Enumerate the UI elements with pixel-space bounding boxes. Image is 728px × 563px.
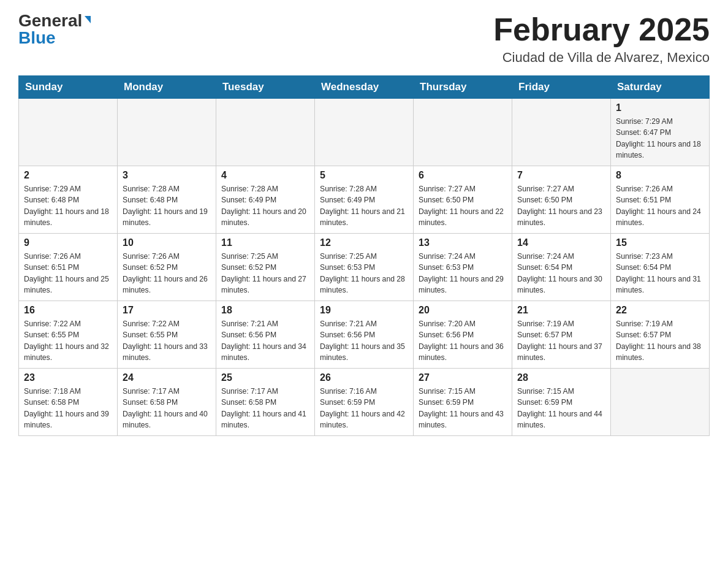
page-header: General Blue February 2025 Ciudad de Vil… bbox=[18, 12, 710, 66]
day-info: Sunrise: 7:25 AMSunset: 6:53 PMDaylight:… bbox=[320, 251, 408, 296]
day-number: 26 bbox=[320, 372, 408, 383]
calendar-cell bbox=[611, 369, 710, 436]
weekday-header-row: SundayMondayTuesdayWednesdayThursdayFrid… bbox=[19, 76, 710, 99]
day-number: 3 bbox=[123, 170, 211, 181]
day-info: Sunrise: 7:26 AMSunset: 6:52 PMDaylight:… bbox=[123, 251, 211, 296]
calendar-cell: 12Sunrise: 7:25 AMSunset: 6:53 PMDayligh… bbox=[315, 234, 414, 301]
weekday-header-wednesday: Wednesday bbox=[315, 76, 414, 99]
weekday-header-thursday: Thursday bbox=[414, 76, 512, 99]
calendar-cell: 1Sunrise: 7:29 AMSunset: 6:47 PMDaylight… bbox=[611, 99, 710, 166]
calendar-cell bbox=[19, 99, 118, 166]
day-info: Sunrise: 7:26 AMSunset: 6:51 PMDaylight:… bbox=[616, 183, 704, 228]
calendar-cell: 25Sunrise: 7:17 AMSunset: 6:58 PMDayligh… bbox=[216, 369, 315, 436]
calendar-cell: 17Sunrise: 7:22 AMSunset: 6:55 PMDayligh… bbox=[118, 301, 216, 369]
month-title: February 2025 bbox=[493, 12, 710, 47]
day-number: 6 bbox=[419, 170, 507, 181]
calendar-cell bbox=[512, 99, 611, 166]
day-info: Sunrise: 7:28 AMSunset: 6:48 PMDaylight:… bbox=[123, 183, 211, 228]
calendar-cell bbox=[118, 99, 216, 166]
day-info: Sunrise: 7:29 AMSunset: 6:48 PMDaylight:… bbox=[24, 183, 112, 228]
weekday-header-friday: Friday bbox=[512, 76, 611, 99]
day-info: Sunrise: 7:21 AMSunset: 6:56 PMDaylight:… bbox=[320, 318, 408, 363]
calendar-cell: 28Sunrise: 7:15 AMSunset: 6:59 PMDayligh… bbox=[512, 369, 611, 436]
calendar-cell: 5Sunrise: 7:28 AMSunset: 6:49 PMDaylight… bbox=[315, 166, 414, 234]
calendar-cell: 7Sunrise: 7:27 AMSunset: 6:50 PMDaylight… bbox=[512, 166, 611, 234]
day-info: Sunrise: 7:22 AMSunset: 6:55 PMDaylight:… bbox=[123, 318, 211, 363]
day-number: 12 bbox=[320, 237, 408, 248]
day-number: 14 bbox=[517, 237, 605, 248]
day-number: 10 bbox=[123, 237, 211, 248]
logo-blue-text: Blue bbox=[18, 29, 56, 47]
calendar-cell: 20Sunrise: 7:20 AMSunset: 6:56 PMDayligh… bbox=[414, 301, 512, 369]
day-info: Sunrise: 7:26 AMSunset: 6:51 PMDaylight:… bbox=[24, 251, 112, 296]
day-number: 19 bbox=[320, 305, 408, 316]
day-number: 8 bbox=[616, 170, 704, 181]
day-number: 5 bbox=[320, 170, 408, 181]
calendar-cell: 18Sunrise: 7:21 AMSunset: 6:56 PMDayligh… bbox=[216, 301, 315, 369]
calendar-cell: 16Sunrise: 7:22 AMSunset: 6:55 PMDayligh… bbox=[19, 301, 118, 369]
day-info: Sunrise: 7:15 AMSunset: 6:59 PMDaylight:… bbox=[517, 386, 605, 431]
day-info: Sunrise: 7:27 AMSunset: 6:50 PMDaylight:… bbox=[517, 183, 605, 228]
day-number: 13 bbox=[419, 237, 507, 248]
calendar-header: SundayMondayTuesdayWednesdayThursdayFrid… bbox=[19, 76, 710, 99]
calendar-cell: 8Sunrise: 7:26 AMSunset: 6:51 PMDaylight… bbox=[611, 166, 710, 234]
location-title: Ciudad de Villa de Alvarez, Mexico bbox=[493, 50, 710, 66]
day-info: Sunrise: 7:15 AMSunset: 6:59 PMDaylight:… bbox=[419, 386, 507, 431]
weekday-header-monday: Monday bbox=[118, 76, 216, 99]
calendar-cell: 21Sunrise: 7:19 AMSunset: 6:57 PMDayligh… bbox=[512, 301, 611, 369]
day-info: Sunrise: 7:28 AMSunset: 6:49 PMDaylight:… bbox=[320, 183, 408, 228]
weekday-header-tuesday: Tuesday bbox=[216, 76, 315, 99]
day-info: Sunrise: 7:17 AMSunset: 6:58 PMDaylight:… bbox=[221, 386, 309, 431]
day-info: Sunrise: 7:19 AMSunset: 6:57 PMDaylight:… bbox=[616, 318, 704, 363]
calendar-cell: 10Sunrise: 7:26 AMSunset: 6:52 PMDayligh… bbox=[118, 234, 216, 301]
day-number: 27 bbox=[419, 372, 507, 383]
day-number: 22 bbox=[616, 305, 704, 316]
day-number: 2 bbox=[24, 170, 112, 181]
day-number: 7 bbox=[517, 170, 605, 181]
calendar-cell: 13Sunrise: 7:24 AMSunset: 6:53 PMDayligh… bbox=[414, 234, 512, 301]
day-info: Sunrise: 7:19 AMSunset: 6:57 PMDaylight:… bbox=[517, 318, 605, 363]
calendar-cell: 27Sunrise: 7:15 AMSunset: 6:59 PMDayligh… bbox=[414, 369, 512, 436]
day-number: 20 bbox=[419, 305, 507, 316]
calendar-cell bbox=[414, 99, 512, 166]
day-info: Sunrise: 7:17 AMSunset: 6:58 PMDaylight:… bbox=[123, 386, 211, 431]
day-number: 24 bbox=[123, 372, 211, 383]
logo: General Blue bbox=[18, 12, 91, 47]
calendar-cell: 4Sunrise: 7:28 AMSunset: 6:49 PMDaylight… bbox=[216, 166, 315, 234]
calendar-table: SundayMondayTuesdayWednesdayThursdayFrid… bbox=[18, 75, 710, 436]
calendar-week-row: 1Sunrise: 7:29 AMSunset: 6:47 PMDaylight… bbox=[19, 99, 710, 166]
day-info: Sunrise: 7:24 AMSunset: 6:54 PMDaylight:… bbox=[517, 251, 605, 296]
calendar-cell bbox=[216, 99, 315, 166]
calendar-week-row: 9Sunrise: 7:26 AMSunset: 6:51 PMDaylight… bbox=[19, 234, 710, 301]
calendar-cell: 22Sunrise: 7:19 AMSunset: 6:57 PMDayligh… bbox=[611, 301, 710, 369]
calendar-cell: 9Sunrise: 7:26 AMSunset: 6:51 PMDaylight… bbox=[19, 234, 118, 301]
day-number: 15 bbox=[616, 237, 704, 248]
calendar-week-row: 2Sunrise: 7:29 AMSunset: 6:48 PMDaylight… bbox=[19, 166, 710, 234]
calendar-body: 1Sunrise: 7:29 AMSunset: 6:47 PMDaylight… bbox=[19, 99, 710, 436]
day-number: 23 bbox=[24, 372, 112, 383]
day-info: Sunrise: 7:21 AMSunset: 6:56 PMDaylight:… bbox=[221, 318, 309, 363]
title-block: February 2025 Ciudad de Villa de Alvarez… bbox=[493, 12, 710, 66]
weekday-header-sunday: Sunday bbox=[19, 76, 118, 99]
day-info: Sunrise: 7:28 AMSunset: 6:49 PMDaylight:… bbox=[221, 183, 309, 228]
day-info: Sunrise: 7:29 AMSunset: 6:47 PMDaylight:… bbox=[616, 116, 704, 161]
day-number: 4 bbox=[221, 170, 309, 181]
calendar-cell: 19Sunrise: 7:21 AMSunset: 6:56 PMDayligh… bbox=[315, 301, 414, 369]
logo-general-text: General bbox=[18, 12, 82, 29]
day-number: 16 bbox=[24, 305, 112, 316]
day-number: 11 bbox=[221, 237, 309, 248]
calendar-cell: 26Sunrise: 7:16 AMSunset: 6:59 PMDayligh… bbox=[315, 369, 414, 436]
day-info: Sunrise: 7:18 AMSunset: 6:58 PMDaylight:… bbox=[24, 386, 112, 431]
day-number: 9 bbox=[24, 237, 112, 248]
day-info: Sunrise: 7:27 AMSunset: 6:50 PMDaylight:… bbox=[419, 183, 507, 228]
calendar-cell: 14Sunrise: 7:24 AMSunset: 6:54 PMDayligh… bbox=[512, 234, 611, 301]
day-number: 21 bbox=[517, 305, 605, 316]
day-number: 25 bbox=[221, 372, 309, 383]
day-info: Sunrise: 7:20 AMSunset: 6:56 PMDaylight:… bbox=[419, 318, 507, 363]
calendar-cell: 2Sunrise: 7:29 AMSunset: 6:48 PMDaylight… bbox=[19, 166, 118, 234]
calendar-cell: 11Sunrise: 7:25 AMSunset: 6:52 PMDayligh… bbox=[216, 234, 315, 301]
day-info: Sunrise: 7:24 AMSunset: 6:53 PMDaylight:… bbox=[419, 251, 507, 296]
day-info: Sunrise: 7:23 AMSunset: 6:54 PMDaylight:… bbox=[616, 251, 704, 296]
day-info: Sunrise: 7:22 AMSunset: 6:55 PMDaylight:… bbox=[24, 318, 112, 363]
day-number: 28 bbox=[517, 372, 605, 383]
